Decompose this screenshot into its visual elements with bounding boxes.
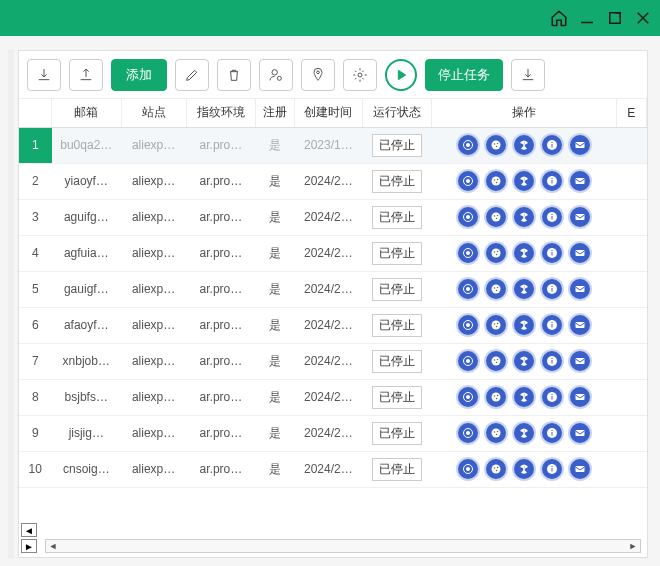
- status-badge[interactable]: 已停止: [372, 134, 422, 157]
- minimize-icon[interactable]: [578, 9, 596, 27]
- status-badge[interactable]: 已停止: [372, 386, 422, 409]
- info-icon[interactable]: [540, 385, 564, 409]
- chrome-icon[interactable]: [456, 133, 480, 157]
- radiation-icon[interactable]: [512, 349, 536, 373]
- table-row[interactable]: 9jisjig…aliexp…ar.pro…是2024/2…已停止: [19, 415, 647, 451]
- delete-button[interactable]: [217, 59, 251, 91]
- status-badge[interactable]: 已停止: [372, 314, 422, 337]
- status-badge[interactable]: 已停止: [372, 206, 422, 229]
- info-icon[interactable]: [540, 421, 564, 445]
- chrome-icon[interactable]: [456, 277, 480, 301]
- info-icon[interactable]: [540, 133, 564, 157]
- export-button[interactable]: [27, 59, 61, 91]
- info-icon[interactable]: [540, 457, 564, 481]
- table-row[interactable]: 2yiaoyf…aliexp…ar.pro…是2024/2…已停止: [19, 163, 647, 199]
- mail-icon[interactable]: [568, 349, 592, 373]
- info-icon[interactable]: [540, 241, 564, 265]
- table-row[interactable]: 3aguifg…aliexp…ar.pro…是2024/2…已停止: [19, 199, 647, 235]
- download-button[interactable]: [511, 59, 545, 91]
- play-button[interactable]: [385, 59, 417, 91]
- info-icon[interactable]: [540, 313, 564, 337]
- info-icon[interactable]: [540, 205, 564, 229]
- chrome-icon[interactable]: [456, 313, 480, 337]
- mail-icon[interactable]: [568, 133, 592, 157]
- chrome-icon[interactable]: [456, 241, 480, 265]
- radiation-icon[interactable]: [512, 421, 536, 445]
- chrome-icon[interactable]: [456, 169, 480, 193]
- mail-icon[interactable]: [568, 457, 592, 481]
- col-ops[interactable]: 操作: [431, 99, 616, 127]
- cookie-icon[interactable]: [484, 133, 508, 157]
- mail-icon[interactable]: [568, 169, 592, 193]
- import-button[interactable]: [69, 59, 103, 91]
- cookie-icon[interactable]: [484, 421, 508, 445]
- cookie-icon[interactable]: [484, 457, 508, 481]
- status-badge[interactable]: 已停止: [372, 278, 422, 301]
- col-created[interactable]: 创建时间: [295, 99, 362, 127]
- radiation-icon[interactable]: [512, 277, 536, 301]
- info-icon[interactable]: [540, 169, 564, 193]
- mail-icon[interactable]: [568, 421, 592, 445]
- info-icon[interactable]: [540, 277, 564, 301]
- table-row[interactable]: 5gauigf…aliexp…ar.pro…是2024/2…已停止: [19, 271, 647, 307]
- mail-icon[interactable]: [568, 385, 592, 409]
- radiation-icon[interactable]: [512, 457, 536, 481]
- cookie-icon[interactable]: [484, 169, 508, 193]
- status-badge[interactable]: 已停止: [372, 458, 422, 481]
- radiation-icon[interactable]: [512, 205, 536, 229]
- col-extra[interactable]: E: [616, 99, 646, 127]
- table-row[interactable]: 4agfuia…aliexp…ar.pro…是2024/2…已停止: [19, 235, 647, 271]
- scroll-right-btn[interactable]: ►: [21, 539, 37, 553]
- mail-icon[interactable]: [568, 313, 592, 337]
- chrome-icon[interactable]: [456, 385, 480, 409]
- maximize-icon[interactable]: [606, 9, 624, 27]
- status-badge[interactable]: 已停止: [372, 170, 422, 193]
- edit-button[interactable]: [175, 59, 209, 91]
- radiation-icon[interactable]: [512, 241, 536, 265]
- table-row[interactable]: 1bu0qa2…aliexp…ar.pro…是2023/1…已停止: [19, 127, 647, 163]
- col-site[interactable]: 站点: [121, 99, 186, 127]
- chrome-icon[interactable]: [456, 349, 480, 373]
- col-email[interactable]: 邮箱: [52, 99, 121, 127]
- scroll-left-btn[interactable]: ◄: [21, 523, 37, 537]
- user-settings-button[interactable]: [259, 59, 293, 91]
- location-button[interactable]: [301, 59, 335, 91]
- main-panel: 添加 停止任务 邮箱 站点 指纹环境: [18, 50, 648, 558]
- stop-task-button[interactable]: 停止任务: [425, 59, 503, 91]
- mail-icon[interactable]: [568, 277, 592, 301]
- table-row[interactable]: 10cnsoig…aliexp…ar.pro…是2024/2…已停止: [19, 451, 647, 487]
- chrome-icon[interactable]: [456, 205, 480, 229]
- mail-icon[interactable]: [568, 205, 592, 229]
- cookie-icon[interactable]: [484, 241, 508, 265]
- cookie-icon[interactable]: [484, 277, 508, 301]
- hscroll-left[interactable]: ◄: [46, 540, 60, 552]
- cookie-icon[interactable]: [484, 385, 508, 409]
- col-register[interactable]: 注册: [256, 99, 295, 127]
- table-row[interactable]: 8bsjbfs…aliexp…ar.pro…是2024/2…已停止: [19, 379, 647, 415]
- hscroll-bar[interactable]: ◄ ►: [45, 539, 641, 553]
- home-icon[interactable]: [550, 9, 568, 27]
- info-icon[interactable]: [540, 349, 564, 373]
- cookie-icon[interactable]: [484, 313, 508, 337]
- col-fingerprint[interactable]: 指纹环境: [186, 99, 255, 127]
- radiation-icon[interactable]: [512, 385, 536, 409]
- status-badge[interactable]: 已停止: [372, 350, 422, 373]
- chrome-icon[interactable]: [456, 457, 480, 481]
- radiation-icon[interactable]: [512, 169, 536, 193]
- cookie-icon[interactable]: [484, 205, 508, 229]
- mail-icon[interactable]: [568, 241, 592, 265]
- status-badge[interactable]: 已停止: [372, 422, 422, 445]
- radiation-icon[interactable]: [512, 133, 536, 157]
- chrome-icon[interactable]: [456, 421, 480, 445]
- status-badge[interactable]: 已停止: [372, 242, 422, 265]
- col-status[interactable]: 运行状态: [362, 99, 431, 127]
- add-button[interactable]: 添加: [111, 59, 167, 91]
- radiation-icon[interactable]: [512, 313, 536, 337]
- cookie-icon[interactable]: [484, 349, 508, 373]
- table-row[interactable]: 7xnbjob…aliexp…ar.pro…是2024/2…已停止: [19, 343, 647, 379]
- hscroll-right[interactable]: ►: [626, 540, 640, 552]
- settings-button[interactable]: [343, 59, 377, 91]
- close-icon[interactable]: [634, 9, 652, 27]
- table-row[interactable]: 6afaoyf…aliexp…ar.pro…是2024/2…已停止: [19, 307, 647, 343]
- table-container[interactable]: 邮箱 站点 指纹环境 注册 创建时间 运行状态 操作 E 1bu0qa2…ali…: [19, 99, 647, 533]
